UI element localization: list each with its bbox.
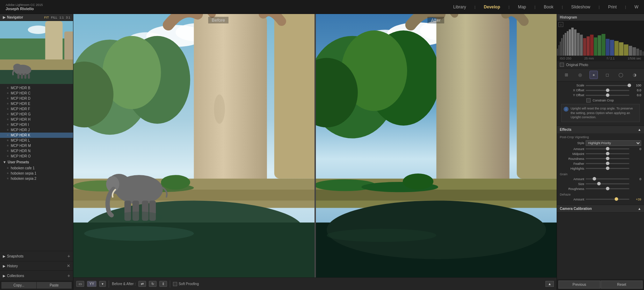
preset-mcp-hdr-j[interactable]: ≡ MCP HDR J	[0, 127, 73, 133]
graduated-filter-btn[interactable]: ◻	[603, 71, 612, 79]
nav-book[interactable]: Book	[544, 5, 553, 9]
red-eye-btn[interactable]: ●	[589, 71, 598, 79]
roundness-slider[interactable]	[586, 158, 629, 159]
roughness-thumb[interactable]	[606, 187, 609, 190]
soft-proofing-label: Soft Proofing	[179, 282, 199, 286]
upright-icon: i	[564, 107, 569, 112]
dropdown-arrow[interactable]: ▾	[99, 281, 106, 287]
preset-mcp-hdr-c[interactable]: ≡ MCP HDR C	[0, 91, 73, 96]
swap-btn[interactable]: ⇄	[138, 281, 146, 287]
preset-mcp-hdr-i[interactable]: ≡ MCP HDR I	[0, 122, 73, 127]
history-close-btn[interactable]: ✕	[67, 263, 70, 268]
nav-library[interactable]: Library	[453, 5, 466, 9]
soft-proofing-checkbox[interactable]	[173, 282, 177, 286]
preset-hoboken-sepia1[interactable]: ≡ hoboken sepia 1	[0, 171, 73, 176]
nav-3to1[interactable]: 3:1	[66, 16, 70, 19]
preset-mcp-hdr-h[interactable]: ≡ MCP HDR H	[0, 117, 73, 122]
snapshots-triangle: ▶	[3, 254, 6, 258]
y-offset-thumb[interactable]	[606, 93, 609, 97]
radial-filter-btn[interactable]: ◯	[617, 71, 625, 79]
svg-rect-73	[558, 45, 559, 56]
preset-mcp-hdr-g[interactable]: ≡ MCP HDR G	[0, 112, 73, 117]
copy-button[interactable]: Copy...	[1, 282, 36, 289]
layout-btn[interactable]: ⇕	[159, 281, 167, 287]
nav-fit[interactable]: FIT	[44, 16, 49, 19]
adjustment-brush-btn[interactable]: ◑	[630, 71, 639, 79]
snapshots-header[interactable]: ▶ Snapshots +	[0, 251, 73, 261]
nav-w[interactable]: W	[635, 5, 638, 9]
effects-header[interactable]: Effects ▲	[557, 126, 644, 133]
nav-fill[interactable]: FILL	[51, 16, 57, 19]
original-photo-checkbox[interactable]	[560, 63, 564, 67]
svg-rect-95	[629, 46, 632, 56]
expand-btn[interactable]: ▲	[545, 281, 554, 287]
vignette-amount-thumb[interactable]	[606, 147, 609, 150]
crop-tool-btn[interactable]: ⊞	[562, 71, 571, 79]
nav-1to1[interactable]: 1:1	[59, 16, 64, 19]
feather-slider[interactable]	[586, 163, 629, 164]
copy-paste-row: Copy... Paste	[0, 281, 73, 290]
roundness-thumb[interactable]	[606, 157, 609, 160]
histogram-arrows-btn[interactable]: ◇	[558, 22, 563, 27]
x-offset-slider[interactable]	[586, 90, 629, 91]
preset-hoboken-sepia2[interactable]: ≡ hoboken sepia 2	[0, 176, 73, 181]
reset-button[interactable]: Reset	[601, 281, 643, 289]
preset-mcp-hdr-e[interactable]: ≡ MCP HDR E	[0, 101, 73, 106]
preset-mcp-hdr-m[interactable]: ≡ MCP HDR M	[0, 143, 73, 148]
scale-thumb[interactable]	[628, 84, 631, 87]
collections-add-btn[interactable]: +	[67, 273, 70, 278]
user-presets-header[interactable]: ▼ User Presets	[0, 159, 73, 165]
roughness-slider[interactable]	[586, 188, 629, 189]
preset-mcp-hdr-b[interactable]: ≡ MCP HDR B	[0, 85, 73, 91]
nav-map[interactable]: Map	[518, 5, 526, 9]
grain-size-slider[interactable]	[586, 183, 629, 184]
vignette-amount-slider[interactable]	[586, 148, 629, 149]
preset-mcp-hdr-f[interactable]: ≡ MCP HDR F	[0, 106, 73, 112]
style-dropdown[interactable]: Highlight Priority	[586, 140, 641, 146]
split-view-btn[interactable]: YY	[87, 281, 96, 287]
style-label: Style	[560, 141, 584, 145]
svg-point-71	[403, 174, 433, 190]
feather-thumb[interactable]	[606, 162, 609, 165]
svg-point-38	[115, 212, 163, 223]
midpoint-slider[interactable]	[586, 153, 629, 154]
grain-size-thumb[interactable]	[597, 182, 601, 185]
collections-header[interactable]: ▶ Collections +	[0, 271, 73, 281]
preset-hoboken-cafe[interactable]: ≡ hoboken cafe 1	[0, 165, 73, 171]
grain-amount-slider[interactable]	[586, 178, 629, 179]
nav-slideshow[interactable]: Slideshow	[571, 5, 591, 9]
previous-button[interactable]: Previous	[558, 281, 600, 289]
navigator-controls: FIT FILL 1:1 3:1	[44, 16, 70, 19]
preset-mcp-hdr-d[interactable]: ≡ MCP HDR D	[0, 96, 73, 101]
aperture-info: f / 2.1	[607, 57, 615, 60]
camera-calibration-header[interactable]: Camera Calibration ▲	[557, 205, 644, 212]
x-offset-thumb[interactable]	[606, 89, 609, 92]
history-header[interactable]: ▶ History ✕	[0, 261, 73, 270]
preset-icon: ≡	[7, 118, 9, 121]
nav-develop[interactable]: Develop	[484, 5, 500, 9]
grain-amount-value: 0	[631, 177, 641, 181]
preset-mcp-hdr-o[interactable]: ≡ MCP HDR O	[0, 154, 73, 159]
preset-mcp-hdr-k[interactable]: ≡ MCP HDR K	[0, 133, 73, 138]
dehaze-amount-thumb[interactable]	[615, 197, 618, 201]
constrain-crop-checkbox[interactable]	[586, 98, 591, 102]
spot-removal-btn[interactable]: ◎	[576, 71, 584, 79]
highlights-thumb[interactable]	[606, 167, 609, 170]
midpoint-thumb[interactable]	[606, 152, 609, 155]
cycle-btn[interactable]: ↻	[149, 281, 157, 287]
svg-rect-77	[565, 33, 566, 56]
y-offset-slider[interactable]	[586, 95, 629, 96]
preset-mcp-hdr-n[interactable]: ≡ MCP HDR N	[0, 148, 73, 154]
svg-point-56	[327, 229, 436, 242]
single-view-btn[interactable]: ▭	[76, 281, 84, 287]
nav-print[interactable]: Print	[608, 5, 617, 9]
y-offset-value: 0.0	[631, 93, 641, 97]
nav-thumb-image	[0, 21, 73, 84]
highlights-slider[interactable]	[586, 168, 629, 169]
grain-amount-thumb[interactable]	[593, 177, 596, 181]
paste-button[interactable]: Paste	[37, 282, 72, 289]
snapshots-add-btn[interactable]: +	[67, 253, 70, 259]
preset-mcp-hdr-l[interactable]: ≡ MCP HDR L	[0, 138, 73, 143]
scale-slider[interactable]	[586, 85, 629, 86]
dehaze-amount-slider[interactable]	[586, 199, 629, 200]
